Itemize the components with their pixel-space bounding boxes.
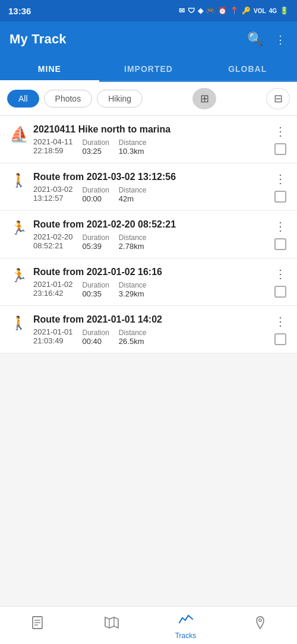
track-content: Route from 2021-03-02 13:12:56 2021-03-0… xyxy=(33,172,267,203)
track-more-button[interactable]: ⋮ xyxy=(273,219,287,233)
nav-item-notes[interactable] xyxy=(0,607,74,644)
track-name: Route from 2021-01-01 14:02 xyxy=(33,314,267,325)
track-meta: 2021-02-20 08:52:21 Duration 05:39 Dista… xyxy=(33,232,267,251)
track-date-col: 2021-02-20 08:52:21 xyxy=(33,232,73,251)
track-distance-col: Distance 10.3km xyxy=(119,137,147,156)
track-checkbox[interactable] xyxy=(274,191,286,203)
track-distance: 26.5km xyxy=(119,337,147,346)
vol-icon: VOL xyxy=(254,8,266,14)
more-options-button[interactable]: ⋮ xyxy=(274,30,287,48)
track-item[interactable]: 🚶 Route from 2021-01-01 14:02 2021-01-01… xyxy=(0,306,297,353)
tab-global[interactable]: GLOBAL xyxy=(198,57,297,81)
track-checkbox[interactable] xyxy=(274,286,286,298)
msg-icon: ✉ xyxy=(179,7,185,15)
track-time: 08:52:21 xyxy=(33,241,73,250)
distance-label: Distance xyxy=(119,138,147,147)
network-icon: 4G xyxy=(269,8,277,14)
track-more-button[interactable]: ⋮ xyxy=(273,314,287,329)
track-date-col: 2021-01-02 23:16:42 xyxy=(33,280,73,298)
track-name: Route from 2021-03-02 13:12:56 xyxy=(33,172,267,182)
track-distance: 3.29km xyxy=(119,289,147,298)
distance-label: Distance xyxy=(119,233,147,242)
track-item[interactable]: 🚶 Route from 2021-03-02 13:12:56 2021-03… xyxy=(0,163,297,211)
svg-point-7 xyxy=(258,619,261,621)
track-content: Route from 2021-01-01 14:02 2021-01-01 2… xyxy=(33,314,267,346)
track-name: Route from 2021-02-20 08:52:21 xyxy=(33,219,267,230)
page-title: My Track xyxy=(10,31,67,47)
track-meta: 2021-01-02 23:16:42 Duration 00:35 Dista… xyxy=(33,280,267,298)
duration-label: Duration xyxy=(83,186,109,194)
track-date-col: 2021-01-01 21:03:49 xyxy=(33,327,73,346)
track-distance: 10.3km xyxy=(119,147,147,156)
track-more-button[interactable]: ⋮ xyxy=(273,267,287,281)
track-more-button[interactable]: ⋮ xyxy=(273,124,287,138)
track-time: 21:03:49 xyxy=(33,336,73,345)
track-name: Route from 2021-01-02 16:16 xyxy=(33,267,267,277)
track-duration-col: Duration 03:25 xyxy=(83,137,109,156)
track-date: 2021-04-11 xyxy=(33,137,73,146)
track-time: 23:16:42 xyxy=(33,289,73,298)
track-actions: ⋮ xyxy=(273,314,287,345)
distance-label: Distance xyxy=(119,281,147,289)
track-name: 20210411 Hike north to marina xyxy=(33,124,267,135)
track-duration: 00:40 xyxy=(83,337,109,346)
track-type-icon: ⛵ xyxy=(10,125,27,144)
track-distance-col: Distance 3.29km xyxy=(119,280,147,298)
layers-icon: ◈ xyxy=(198,7,203,15)
track-distance: 2.78km xyxy=(119,242,147,251)
nav-item-tracks[interactable]: Tracks xyxy=(148,607,223,644)
track-distance-col: Distance 2.78km xyxy=(119,232,147,251)
track-more-button[interactable]: ⋮ xyxy=(273,172,287,186)
track-actions: ⋮ xyxy=(273,172,287,203)
track-item[interactable]: ⛵ 20210411 Hike north to marina 2021-04-… xyxy=(0,116,297,163)
filter-all[interactable]: All xyxy=(7,90,39,108)
filter-hiking[interactable]: Hiking xyxy=(97,90,143,108)
track-item[interactable]: 🏃 Route from 2021-02-20 08:52:21 2021-02… xyxy=(0,211,297,258)
svg-marker-4 xyxy=(105,617,118,628)
track-date: 2021-03-02 xyxy=(33,185,73,194)
tab-imported[interactable]: IMPORTED xyxy=(99,57,198,81)
status-icons: ✉ 🛡 ◈ 🎮 ⏰ 📍 🔑 VOL 4G 🔋 xyxy=(179,7,289,15)
vertical-dots-icon: ⋮ xyxy=(275,34,286,46)
nav-item-location[interactable] xyxy=(223,607,297,644)
track-type-icon: 🏃 xyxy=(10,220,27,236)
alarm-icon: ⏰ xyxy=(218,7,227,15)
tab-mine[interactable]: MINE xyxy=(0,57,99,81)
track-type-icon: 🚶 xyxy=(10,315,27,331)
track-duration: 00:35 xyxy=(83,289,109,298)
track-time: 22:18:59 xyxy=(33,146,73,155)
track-meta: 2021-04-11 22:18:59 Duration 03:25 Dista… xyxy=(33,137,267,156)
filter-photos[interactable]: Photos xyxy=(44,90,93,108)
notes-icon xyxy=(30,615,45,634)
track-date-col: 2021-04-11 22:18:59 xyxy=(33,137,73,156)
track-checkbox[interactable] xyxy=(274,333,286,345)
track-meta: 2021-01-01 21:03:49 Duration 00:40 Dista… xyxy=(33,327,267,346)
track-duration: 03:25 xyxy=(83,147,109,156)
track-distance-col: Distance 42m xyxy=(119,185,147,203)
search-icon: 🔍 xyxy=(247,31,263,46)
duration-label: Duration xyxy=(83,329,109,337)
view-grid-small-button[interactable]: ⊟ xyxy=(266,88,290,109)
tracks-icon xyxy=(178,611,194,630)
view-grid-large-button[interactable]: ⊞ xyxy=(192,88,216,109)
track-duration-col: Duration 00:00 xyxy=(83,185,109,203)
track-list: ⛵ 20210411 Hike north to marina 2021-04-… xyxy=(0,116,297,353)
track-meta: 2021-03-02 13:12:57 Duration 00:00 Dista… xyxy=(33,185,267,203)
track-content: 20210411 Hike north to marina 2021-04-11… xyxy=(33,124,267,156)
track-type-icon: 🏃 xyxy=(10,268,27,283)
grid-large-icon: ⊞ xyxy=(200,92,209,105)
key-icon: 🔑 xyxy=(242,7,251,15)
track-checkbox[interactable] xyxy=(274,238,286,250)
grid-small-icon: ⊟ xyxy=(274,92,283,105)
search-button[interactable]: 🔍 xyxy=(246,30,264,48)
track-type-icon: 🚶 xyxy=(10,173,27,188)
status-bar: 13:36 ✉ 🛡 ◈ 🎮 ⏰ 📍 🔑 VOL 4G 🔋 xyxy=(0,0,297,21)
track-date: 2021-02-20 xyxy=(33,232,73,241)
track-time: 13:12:57 xyxy=(33,194,73,203)
nav-item-map[interactable] xyxy=(74,607,148,644)
track-distance: 42m xyxy=(119,194,147,203)
bottom-navigation: Tracks xyxy=(0,606,297,644)
track-checkbox[interactable] xyxy=(274,143,286,155)
track-date-col: 2021-03-02 13:12:57 xyxy=(33,185,73,203)
track-item[interactable]: 🏃 Route from 2021-01-02 16:16 2021-01-02… xyxy=(0,258,297,306)
